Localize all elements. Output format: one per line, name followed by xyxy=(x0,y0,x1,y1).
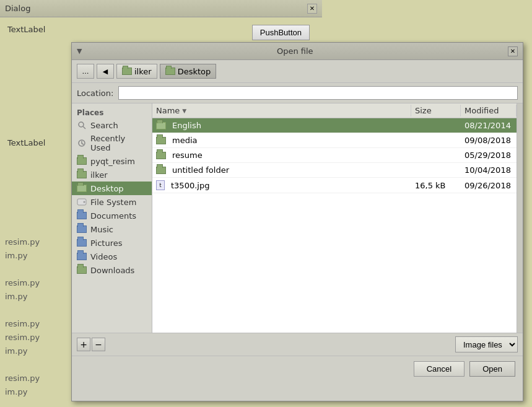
push-button[interactable]: PushButton xyxy=(252,25,310,40)
scrollbar[interactable] xyxy=(517,103,523,333)
sidebar-music-label: Music xyxy=(90,225,113,234)
file-icon-t3500: t xyxy=(156,180,165,190)
folder-icon-downloads xyxy=(77,265,87,275)
folder-icon-music xyxy=(77,224,87,234)
sort-arrow: ▼ xyxy=(182,108,186,114)
file-row-t3500[interactable]: t t3500.jpg 16,5 kB 09/26/2018 xyxy=(152,178,517,193)
file-row-untitled-folder[interactable]: untitled folder 10/04/2018 xyxy=(152,163,517,178)
sidebar-search-label: Search xyxy=(90,121,118,130)
file-name-untitled: untitled folder xyxy=(172,165,229,175)
folder-icon-ilker xyxy=(77,170,87,180)
folder-icon-resume xyxy=(156,152,166,159)
sidebar-item-desktop[interactable]: Desktop xyxy=(72,182,152,195)
open-button[interactable]: Open xyxy=(469,361,515,377)
sidebar-item-recently-used[interactable]: Recently Used xyxy=(72,132,152,154)
sidebar-downloads-label: Downloads xyxy=(90,266,134,275)
sidebar-pictures-label: Pictures xyxy=(90,239,122,248)
col-name-label: Name xyxy=(156,106,180,115)
sidebar-item-videos[interactable]: Videos xyxy=(72,250,152,263)
bg-window-title: Dialog xyxy=(5,4,30,13)
dialog-close-button[interactable]: ✕ xyxy=(508,46,518,56)
add-bookmark-button[interactable]: + xyxy=(77,338,90,351)
file-size-media xyxy=(411,139,461,142)
dialog-main: Places Search Recently Used pyqt_resim xyxy=(72,103,523,333)
sidebar-videos-label: Videos xyxy=(90,252,117,261)
sidebar-filesystem-label: File System xyxy=(90,198,136,207)
hdd-icon xyxy=(77,197,87,207)
file-modified-media: 09/08/2018 xyxy=(461,134,517,146)
svg-line-1 xyxy=(83,126,85,129)
breadcrumb-desktop-label: Desktop xyxy=(178,67,211,76)
sidebar-header: Places xyxy=(72,106,152,118)
folder-icon-active xyxy=(165,68,175,75)
svg-point-0 xyxy=(79,122,84,127)
folder-icon-documents xyxy=(77,211,87,221)
sidebar-item-music[interactable]: Music xyxy=(72,222,152,236)
file-list-header: Name ▼ Size Modified xyxy=(152,103,517,118)
breadcrumb-ilker-label: ilker xyxy=(134,67,152,76)
svg-point-4 xyxy=(84,201,85,203)
bg-code-lines: resim.py im.py resim.py im.py resim.py r… xyxy=(5,235,40,399)
folder-icon-untitled xyxy=(156,167,166,174)
sidebar-item-search[interactable]: Search xyxy=(72,118,152,132)
file-row-english[interactable]: English 08/21/2014 xyxy=(152,118,517,133)
location-label: Location: xyxy=(77,89,113,98)
file-modified-t3500: 09/26/2018 xyxy=(461,180,517,191)
folder-icon-desktop xyxy=(77,183,87,193)
sidebar-controls: + − xyxy=(77,338,105,351)
file-name-t3500: t3500.jpg xyxy=(171,181,209,190)
cancel-button[interactable]: Cancel xyxy=(414,361,464,377)
file-size-english xyxy=(411,125,461,127)
col-header-size[interactable]: Size xyxy=(411,105,461,116)
folder-icon xyxy=(122,68,132,75)
sidebar-item-ilker[interactable]: ilker xyxy=(72,168,152,182)
sidebar-item-pictures[interactable]: Pictures xyxy=(72,236,152,250)
dialog-bottom-bar: + − Image files All files xyxy=(72,333,523,356)
back-button[interactable]: ◀ xyxy=(97,64,114,79)
sidebar-documents-label: Documents xyxy=(90,211,136,221)
folder-icon-media xyxy=(156,137,166,144)
folder-icon-pictures xyxy=(77,238,87,248)
bookmark-button[interactable]: … xyxy=(77,64,94,79)
file-row-resume[interactable]: resume 05/29/2018 xyxy=(152,148,517,163)
sidebar-pyqt-label: pyqt_resim xyxy=(90,157,135,166)
file-size-resume xyxy=(411,154,461,157)
titlebar-left: ▼ xyxy=(77,47,82,55)
file-row-media[interactable]: media 09/08/2018 xyxy=(152,133,517,148)
bookmark-icon: … xyxy=(82,68,89,76)
file-name-media: media xyxy=(172,136,198,145)
sidebar-ilker-label: ilker xyxy=(90,170,108,180)
titlebar-arrow: ▼ xyxy=(77,47,82,55)
col-header-name[interactable]: Name ▼ xyxy=(152,105,411,116)
file-size-t3500: 16,5 kB xyxy=(411,180,461,191)
sidebar-item-file-system[interactable]: File System xyxy=(72,195,152,209)
sidebar-item-downloads[interactable]: Downloads xyxy=(72,263,152,277)
location-input[interactable] xyxy=(118,86,518,100)
bg-close-button[interactable]: ✕ xyxy=(307,4,317,14)
file-modified-english: 08/21/2014 xyxy=(461,120,517,131)
file-size-untitled xyxy=(411,169,461,172)
recent-icon xyxy=(77,138,87,148)
dialog-title: Open file xyxy=(82,46,508,56)
file-modified-untitled: 10/04/2018 xyxy=(461,164,517,176)
location-bar: Location: xyxy=(72,83,523,103)
folder-icon-english xyxy=(156,122,166,129)
col-header-modified[interactable]: Modified xyxy=(461,105,517,116)
file-name-resume: resume xyxy=(172,151,203,160)
search-icon xyxy=(77,120,87,130)
bg-titlebar: Dialog ✕ xyxy=(0,0,322,17)
remove-bookmark-button[interactable]: − xyxy=(92,338,105,351)
filter-dropdown: Image files All files xyxy=(455,336,518,352)
back-icon: ◀ xyxy=(103,68,108,76)
dialog-titlebar: ▼ Open file ✕ xyxy=(72,43,523,60)
sidebar-item-pyqt-resim[interactable]: pyqt_resim xyxy=(72,154,152,168)
sidebar-item-documents[interactable]: Documents xyxy=(72,209,152,222)
sidebar-desktop-label: Desktop xyxy=(90,184,124,193)
file-modified-resume: 05/29/2018 xyxy=(461,149,517,161)
breadcrumb-ilker[interactable]: ilker xyxy=(116,64,157,79)
filter-select[interactable]: Image files All files xyxy=(455,336,518,352)
folder-icon-pyqt xyxy=(77,156,87,166)
open-file-dialog: ▼ Open file ✕ … ◀ ilker Desktop Location… xyxy=(71,42,523,401)
dialog-toolbar: … ◀ ilker Desktop xyxy=(72,60,523,83)
breadcrumb-desktop[interactable]: Desktop xyxy=(160,64,217,79)
